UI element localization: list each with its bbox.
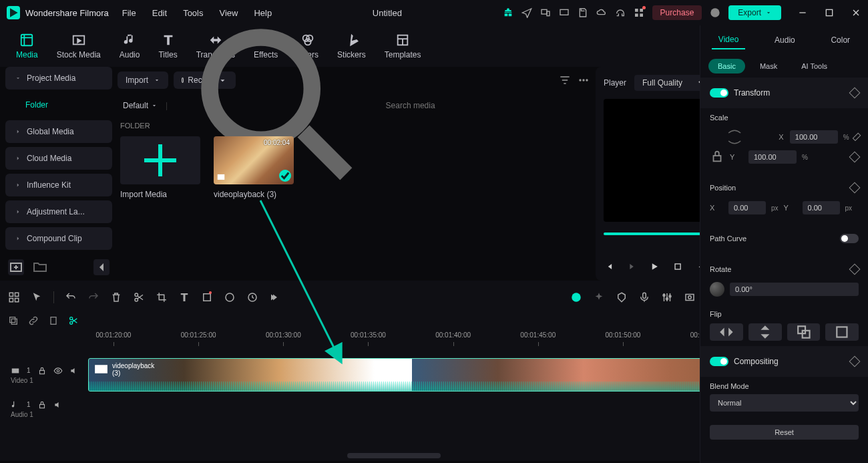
scale-y-input[interactable] — [748, 150, 797, 164]
media-clip[interactable]: 00:02:04 videoplayback (3) — [214, 136, 294, 199]
tl-link-icon[interactable] — [28, 315, 39, 326]
close-button[interactable] — [851, 7, 861, 18]
play-icon[interactable] — [649, 261, 660, 273]
lock-aspect-icon[interactable] — [710, 149, 724, 166]
flip-h-button[interactable] — [710, 323, 743, 341]
record-voice-icon[interactable] — [684, 291, 696, 303]
tl-copy-icon[interactable] — [8, 315, 19, 326]
import-media-tile[interactable]: Import Media — [120, 136, 200, 199]
video-track-icon[interactable] — [11, 366, 20, 375]
player-label: Player — [604, 78, 626, 88]
sidebar-global-media[interactable]: Global Media — [5, 120, 112, 143]
delete-icon[interactable] — [110, 291, 122, 303]
mixer-icon[interactable] — [661, 291, 673, 303]
folder-open-icon[interactable] — [32, 259, 48, 275]
marker-icon[interactable] — [616, 291, 628, 303]
inspector-tab-audio[interactable]: Audio — [768, 31, 802, 49]
blend-select[interactable]: Normal — [710, 394, 859, 412]
apps-icon[interactable] — [634, 7, 644, 18]
sidebar-project-media[interactable]: Project Media — [5, 67, 112, 90]
keyframe-diamond-icon[interactable] — [849, 182, 861, 194]
step-back-icon[interactable] — [626, 261, 637, 273]
subtab-mask[interactable]: Mask — [750, 59, 787, 73]
svg-rect-83 — [95, 365, 107, 373]
media-browser: Import Record Default | FOLDER Import Me… — [118, 67, 590, 281]
keyframe-diamond-icon[interactable] — [849, 152, 861, 163]
menu-file[interactable]: File — [122, 8, 136, 18]
sidebar-influence-kit[interactable]: Influence Kit — [5, 174, 112, 196]
expand-icon[interactable] — [269, 291, 281, 303]
color-icon[interactable] — [224, 291, 236, 303]
tab-stock-media[interactable]: Stock Media — [49, 29, 109, 63]
maximize-button[interactable] — [824, 7, 835, 18]
import-dropdown[interactable]: Import — [118, 71, 168, 89]
pos-y-input[interactable] — [803, 201, 840, 214]
text-icon[interactable] — [178, 291, 190, 303]
prev-icon[interactable] — [604, 261, 614, 273]
pos-x-input[interactable] — [728, 201, 766, 214]
keyframe-diamond-icon[interactable] — [849, 264, 861, 275]
new-folder-icon[interactable] — [8, 259, 24, 275]
headphones-icon[interactable] — [615, 7, 626, 18]
compositing-toggle[interactable] — [710, 357, 728, 366]
tab-audio[interactable]: Audio — [112, 29, 148, 63]
tab-media[interactable]: Media — [8, 29, 46, 63]
svg-point-82 — [57, 369, 59, 372]
keyframe-icon[interactable] — [201, 291, 213, 303]
svg-rect-44 — [9, 299, 13, 302]
tl-scissors-icon[interactable] — [68, 315, 79, 326]
sidebar-folder[interactable]: Folder — [5, 94, 112, 116]
quality-select[interactable]: Full Quality — [634, 75, 707, 91]
collapse-sidebar-icon[interactable] — [93, 259, 110, 275]
menu-edit[interactable]: Edit — [152, 8, 167, 18]
mute-icon[interactable] — [53, 400, 63, 410]
lock-icon[interactable] — [37, 400, 47, 410]
sort-default[interactable]: Default — [123, 101, 158, 110]
inspector-tab-video[interactable]: Video — [712, 31, 745, 49]
scale-x-input[interactable] — [790, 130, 838, 144]
minimize-button[interactable] — [797, 7, 808, 18]
audio-track-icon[interactable] — [11, 400, 20, 410]
transform-toggle[interactable] — [710, 88, 728, 98]
ai-face-icon[interactable] — [570, 291, 582, 303]
sidebar-compound-clip[interactable]: Compound Clip — [5, 227, 112, 250]
cursor-icon[interactable] — [31, 291, 43, 303]
rotate-knob[interactable] — [710, 282, 724, 297]
speed-icon[interactable] — [246, 291, 258, 303]
stop-icon[interactable] — [672, 261, 683, 273]
mute-icon[interactable] — [69, 366, 79, 375]
cloud-icon[interactable] — [596, 7, 607, 18]
flip-copy-button[interactable] — [787, 323, 821, 341]
sparkle-icon[interactable] — [593, 291, 605, 303]
undo-icon[interactable] — [65, 291, 77, 303]
crop-icon[interactable] — [156, 291, 168, 303]
purchase-button[interactable]: Purchase — [652, 5, 702, 20]
flip-stack-button[interactable] — [825, 323, 859, 341]
clip-type-icon — [216, 172, 226, 182]
svg-rect-81 — [39, 370, 44, 373]
tl-layout-icon[interactable] — [8, 291, 20, 303]
inspector-tab-color[interactable]: Color — [824, 31, 857, 49]
lock-icon[interactable] — [37, 366, 47, 375]
keyframe-diamond-icon[interactable] — [849, 356, 861, 367]
subtab-basic[interactable]: Basic — [708, 59, 745, 73]
subtab-aitools[interactable]: AI Tools — [792, 59, 837, 73]
mic-icon[interactable] — [638, 291, 650, 303]
svg-point-49 — [226, 293, 234, 301]
svg-rect-12 — [21, 35, 33, 46]
flip-v-button[interactable] — [748, 323, 782, 341]
keyframe-diamond-icon[interactable] — [852, 133, 861, 142]
sidebar-adjustment-layer[interactable]: Adjustment La... — [5, 200, 112, 223]
tl-marker2-icon[interactable] — [48, 315, 59, 326]
reset-button[interactable]: Reset — [710, 425, 859, 440]
sidebar-cloud-media[interactable]: Cloud Media — [5, 147, 112, 170]
profile-icon[interactable] — [710, 7, 720, 18]
split-icon[interactable] — [133, 291, 145, 303]
pathcurve-toggle[interactable] — [840, 234, 859, 243]
keyframe-diamond-icon[interactable] — [849, 88, 861, 99]
eye-icon[interactable] — [53, 366, 63, 375]
redo-icon[interactable] — [87, 291, 99, 303]
rotate-input[interactable] — [730, 283, 859, 296]
timeline-scrollbar[interactable] — [347, 453, 441, 458]
export-button[interactable]: Export — [728, 5, 781, 20]
